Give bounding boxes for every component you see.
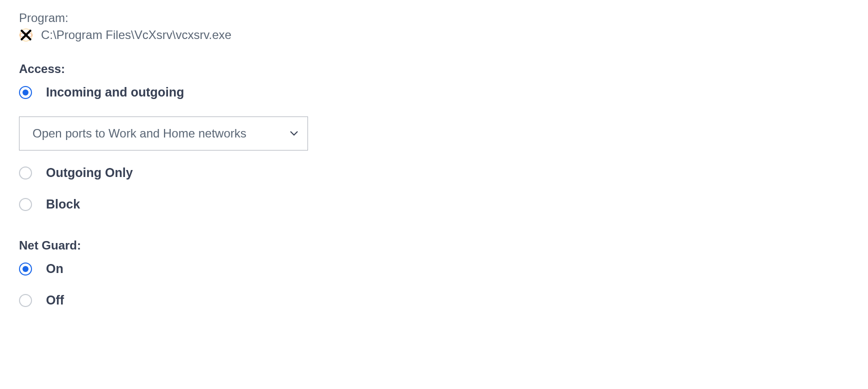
firewall-rule-settings: Program: C:\Program Files\VcXsrv\vcxsrv.… <box>0 0 868 308</box>
ports-select[interactable]: Open ports to Work and Home networks <box>19 116 308 150</box>
radio-row-netguard-on[interactable]: On <box>19 262 868 276</box>
ports-select-value: Open ports to Work and Home networks <box>32 126 246 140</box>
radio-label-incoming-outgoing: Incoming and outgoing <box>46 85 184 100</box>
program-label: Program: <box>19 11 868 25</box>
radio-row-incoming-outgoing[interactable]: Incoming and outgoing <box>19 85 868 100</box>
net-guard-label: Net Guard: <box>19 238 868 252</box>
radio-label-netguard-on: On <box>46 262 64 276</box>
ports-select-box[interactable]: Open ports to Work and Home networks <box>19 116 308 150</box>
access-label: Access: <box>19 62 868 76</box>
vcxsrv-x-icon <box>19 28 33 42</box>
radio-netguard-on[interactable] <box>19 262 32 276</box>
radio-row-outgoing-only[interactable]: Outgoing Only <box>19 166 868 180</box>
radio-row-netguard-off[interactable]: Off <box>19 293 868 308</box>
radio-netguard-off[interactable] <box>19 294 32 307</box>
radio-row-block[interactable]: Block <box>19 197 868 212</box>
radio-block[interactable] <box>19 198 32 211</box>
program-path: C:\Program Files\VcXsrv\vcxsrv.exe <box>41 28 232 42</box>
radio-outgoing-only[interactable] <box>19 166 32 180</box>
program-row: C:\Program Files\VcXsrv\vcxsrv.exe <box>19 28 868 42</box>
radio-label-outgoing-only: Outgoing Only <box>46 166 133 180</box>
radio-incoming-outgoing[interactable] <box>19 86 32 99</box>
radio-label-block: Block <box>46 197 80 212</box>
radio-label-netguard-off: Off <box>46 293 64 308</box>
